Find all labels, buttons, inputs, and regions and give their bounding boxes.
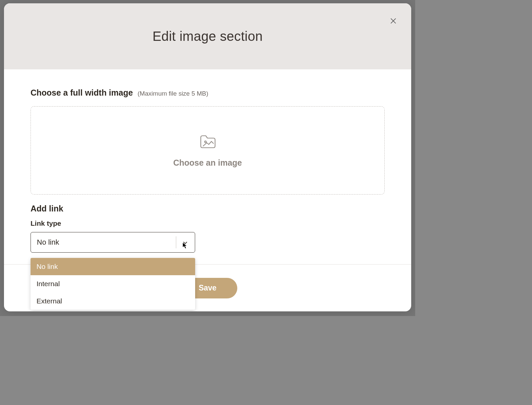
svg-point-0: [204, 141, 206, 142]
link-type-label: Link type: [31, 219, 385, 227]
modal-header: Edit image section: [4, 3, 411, 69]
link-type-dropdown: No link Internal External: [31, 258, 195, 310]
modal-title: Edit image section: [152, 29, 263, 44]
image-dropzone[interactable]: Choose an image: [31, 106, 385, 195]
close-icon: [390, 17, 397, 26]
link-type-select-wrap: No link No link Internal External: [31, 232, 195, 253]
image-section-heading-row: Choose a full width image (Maximum file …: [31, 88, 385, 98]
modal-body: Choose a full width image (Maximum file …: [4, 69, 411, 263]
dropzone-label: Choose an image: [173, 158, 242, 168]
add-link-heading: Add link: [31, 204, 385, 213]
select-divider: [176, 236, 176, 248]
dropdown-option-internal[interactable]: Internal: [31, 275, 195, 292]
close-button[interactable]: [388, 16, 399, 27]
dropdown-option-external[interactable]: External: [31, 292, 195, 310]
choose-image-heading: Choose a full width image: [31, 88, 133, 98]
chevron-down-icon: [182, 239, 189, 246]
link-type-selected-value: No link: [37, 238, 59, 247]
edit-image-modal: Edit image section Choose a full width i…: [4, 3, 411, 311]
image-folder-icon: [199, 133, 217, 151]
max-file-size-text: (Maximum file size 5 MB): [137, 90, 208, 97]
link-type-select[interactable]: No link: [31, 232, 195, 253]
dropdown-option-no-link[interactable]: No link: [31, 258, 195, 275]
